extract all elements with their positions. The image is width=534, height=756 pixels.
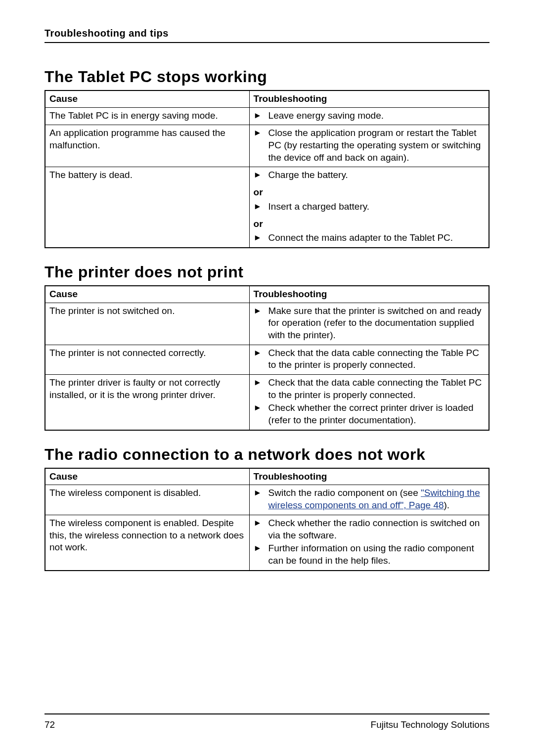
table-row: An application programme has caused the … <box>45 125 489 167</box>
table-row: The battery is dead. ► Charge the batter… <box>45 167 489 248</box>
fix-cell: ► Make sure that the printer is switched… <box>249 303 489 345</box>
cause-cell: The battery is dead. <box>45 167 249 248</box>
action-marker-icon: ► <box>254 542 268 554</box>
fix-cell: ► Leave energy saving mode. <box>249 107 489 125</box>
running-header: Troubleshooting and tips <box>44 28 490 39</box>
action-text: Make sure that the printer is switched o… <box>268 305 485 342</box>
table-row: The wireless component is enabled. Despi… <box>45 515 489 570</box>
fix-cell: ► Switch the radio component on (see "Sw… <box>249 485 489 515</box>
or-separator: or <box>254 186 485 199</box>
table-row: The wireless component is disabled. ► Sw… <box>45 485 489 515</box>
table-row: The printer driver is faulty or not corr… <box>45 375 489 430</box>
action-marker-icon: ► <box>254 517 268 529</box>
col-header-troubleshooting: Troubleshooting <box>249 468 489 485</box>
cause-cell: The wireless component is enabled. Despi… <box>45 515 249 570</box>
action-text: Close the application program or restart… <box>268 127 485 164</box>
fix-cell: ► Check that the data cable connecting t… <box>249 345 489 374</box>
cause-cell: The Tablet PC is in energy saving mode. <box>45 107 249 125</box>
page-footer: 72 Fujitsu Technology Solutions <box>44 713 490 730</box>
table-row: The printer is not switched on. ► Make s… <box>45 303 489 345</box>
action-text: Charge the battery. <box>268 169 485 181</box>
section-heading-tablet-stops: The Tablet PC stops working <box>44 68 490 86</box>
table-printer: Cause Troubleshooting The printer is not… <box>44 285 490 431</box>
action-marker-icon: ► <box>254 487 268 499</box>
table-row: The printer is not connected correctly. … <box>45 345 489 374</box>
table-tablet-stops: Cause Troubleshooting The Tablet PC is i… <box>44 90 490 248</box>
action-text: Switch the radio component on (see "Swit… <box>268 487 485 511</box>
section-heading-printer: The printer does not print <box>44 263 490 281</box>
action-text-before: Switch the radio component on (see <box>268 488 421 498</box>
footer-brand: Fujitsu Technology Solutions <box>371 719 490 730</box>
action-marker-icon: ► <box>254 110 268 122</box>
action-text: Connect the mains adapter to the Tablet … <box>268 232 485 244</box>
col-header-troubleshooting: Troubleshooting <box>249 286 489 303</box>
table-row: The Tablet PC is in energy saving mode. … <box>45 107 489 125</box>
action-text: Insert a charged battery. <box>268 201 485 213</box>
col-header-troubleshooting: Troubleshooting <box>249 90 489 107</box>
or-separator: or <box>254 218 485 230</box>
page: Troubleshooting and tips The Tablet PC s… <box>0 0 534 756</box>
col-header-cause: Cause <box>45 468 249 485</box>
col-header-cause: Cause <box>45 90 249 107</box>
action-text: Check whether the radio connection is sw… <box>268 517 485 541</box>
page-number: 72 <box>44 719 55 730</box>
action-text: Check that the data cable connecting the… <box>268 347 485 371</box>
action-marker-icon: ► <box>254 305 268 317</box>
action-marker-icon: ► <box>254 377 268 389</box>
fix-cell: ► Check whether the radio connection is … <box>249 515 489 570</box>
action-marker-icon: ► <box>254 169 268 181</box>
action-marker-icon: ► <box>254 127 268 139</box>
action-marker-icon: ► <box>254 402 268 414</box>
action-text: Further information on using the radio c… <box>268 542 485 567</box>
cause-cell: The wireless component is disabled. <box>45 485 249 515</box>
action-marker-icon: ► <box>254 201 268 213</box>
action-marker-icon: ► <box>254 347 268 359</box>
cause-cell: The printer is not connected correctly. <box>45 345 249 374</box>
section-heading-radio: The radio connection to a network does n… <box>44 445 490 464</box>
fix-cell: ► Close the application program or resta… <box>249 125 489 167</box>
action-text: Check that the data cable connecting the… <box>268 377 485 401</box>
action-marker-icon: ► <box>254 232 268 244</box>
footer-rule <box>44 713 490 714</box>
header-rule <box>44 42 490 43</box>
action-text-after: ). <box>444 500 450 510</box>
fix-cell: ► Charge the battery. or ► Insert a char… <box>249 167 489 248</box>
fix-cell: ► Check that the data cable connecting t… <box>249 375 489 430</box>
col-header-cause: Cause <box>45 286 249 303</box>
cause-cell: The printer is not switched on. <box>45 303 249 345</box>
table-radio: Cause Troubleshooting The wireless compo… <box>44 468 490 571</box>
action-text: Check whether the correct printer driver… <box>268 402 485 426</box>
action-text: Leave energy saving mode. <box>268 110 485 122</box>
cause-cell: The printer driver is faulty or not corr… <box>45 375 249 430</box>
cause-cell: An application programme has caused the … <box>45 125 249 167</box>
